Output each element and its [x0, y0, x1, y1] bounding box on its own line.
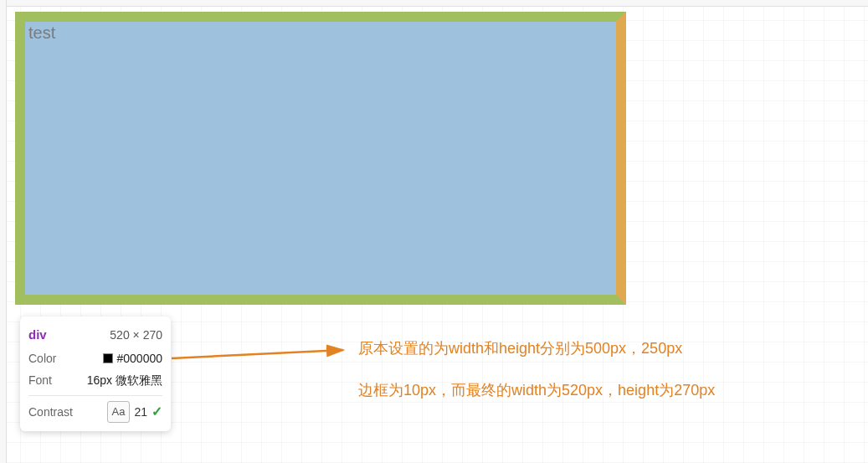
tooltip-contrast-row: Contrast Aa 21 ✓ [28, 399, 162, 424]
ruler-top [0, 0, 868, 7]
tooltip-contrast-badge: Aa 21 ✓ [107, 399, 162, 424]
tooltip-font-row: Font 16px 微软雅黑 [28, 369, 162, 392]
color-swatch-icon [103, 353, 113, 363]
inspector-tooltip: div 520 × 270 Color #000000 Font 16px 微软… [20, 316, 171, 431]
tooltip-contrast-label: Contrast [28, 401, 73, 424]
check-icon: ✓ [152, 399, 162, 424]
tooltip-color-label: Color [28, 347, 56, 370]
tooltip-color-hex: #000000 [116, 352, 162, 365]
inspected-div-box[interactable]: test [15, 12, 626, 305]
annotation-line-2: 边框为10px，而最终的width为520px，height为270px [358, 380, 715, 401]
inspected-div-text: test [25, 22, 616, 44]
tooltip-element-tag: div [28, 323, 47, 347]
contrast-ratio-value: 21 [134, 401, 147, 424]
tooltip-separator [28, 395, 162, 396]
tooltip-color-row: Color #000000 [28, 347, 162, 370]
tooltip-header-row: div 520 × 270 [28, 323, 162, 347]
tooltip-font-value: 16px 微软雅黑 [87, 369, 162, 392]
tooltip-font-label: Font [28, 369, 52, 392]
annotation-line-1: 原本设置的为width和height分别为500px，250px [358, 338, 682, 359]
tooltip-color-value: #000000 [103, 347, 162, 370]
tooltip-dimensions: 520 × 270 [110, 324, 162, 347]
contrast-aa-box: Aa [107, 401, 131, 424]
ruler-left [0, 0, 7, 463]
